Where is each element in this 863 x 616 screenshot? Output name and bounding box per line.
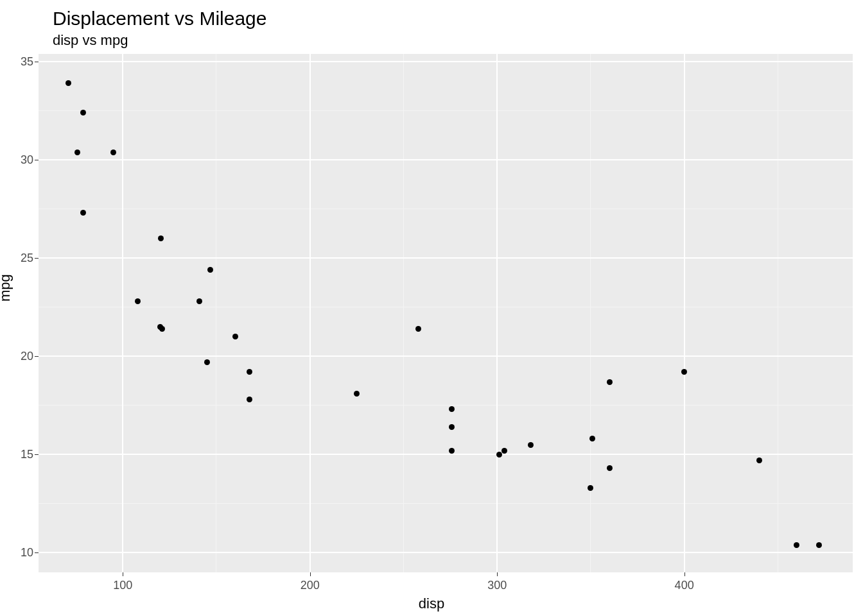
y-axis-label: mpg [0, 274, 13, 302]
data-point [449, 406, 455, 412]
chart-subtitle: disp vs mpg [53, 32, 128, 49]
data-point [247, 369, 252, 375]
y-tick-label: 30 [8, 153, 39, 167]
data-point [588, 485, 593, 491]
gridline-major-h [39, 257, 853, 259]
gridline-major-h [39, 552, 853, 553]
data-point [607, 465, 613, 471]
gridline-minor-v [778, 54, 778, 572]
data-point [80, 210, 86, 216]
gridline-major-h [39, 159, 853, 160]
gridline-minor-v [590, 54, 591, 572]
data-point [196, 298, 202, 304]
gridline-major-h [39, 61, 853, 62]
gridline-major-v [309, 54, 311, 572]
data-point [135, 298, 141, 304]
data-point [449, 424, 455, 430]
gridline-major-v [122, 54, 123, 572]
y-tick-label: 25 [8, 252, 39, 265]
data-point [207, 267, 213, 273]
data-point [204, 359, 210, 365]
data-point [528, 442, 534, 448]
data-point [415, 326, 421, 332]
gridline-minor-v [216, 54, 216, 572]
data-point [110, 150, 116, 155]
gridline-minor-h [39, 503, 853, 504]
data-point [501, 448, 507, 454]
gridline-minor-h [39, 209, 853, 209]
data-point [247, 397, 252, 402]
x-tick-label: 200 [301, 572, 320, 592]
gridline-minor-h [39, 405, 853, 406]
data-point [74, 150, 80, 155]
data-point [159, 326, 165, 332]
gridline-minor-h [39, 110, 853, 111]
data-point [449, 448, 455, 454]
data-point [607, 379, 613, 385]
data-point [794, 542, 799, 548]
gridline-major-h [39, 454, 853, 455]
data-point [65, 80, 71, 86]
data-point [80, 110, 86, 116]
gridline-minor-v [403, 54, 404, 572]
data-point [232, 334, 238, 339]
gridline-major-h [39, 355, 853, 357]
data-point [681, 369, 687, 375]
gridline-major-v [496, 54, 498, 572]
chart-container: Displacement vs Mileage disp vs mpg mpg … [0, 0, 863, 616]
plot-panel: 101520253035100200300400 [39, 54, 853, 572]
x-tick-label: 300 [487, 572, 507, 592]
data-point [589, 436, 595, 441]
y-tick-label: 20 [8, 350, 39, 363]
data-point [158, 235, 164, 241]
x-tick-label: 400 [675, 572, 694, 592]
x-axis-label: disp [419, 595, 444, 612]
gridline-minor-h [39, 307, 853, 307]
x-tick-label: 100 [113, 572, 132, 592]
y-tick-label: 15 [8, 448, 39, 461]
data-point [496, 452, 502, 458]
data-point [756, 458, 762, 463]
chart-title: Displacement vs Mileage [53, 8, 266, 30]
data-point [816, 542, 822, 548]
data-point [354, 391, 360, 397]
y-tick-label: 10 [8, 546, 39, 560]
gridline-major-v [684, 54, 685, 572]
y-tick-label: 35 [8, 55, 39, 69]
